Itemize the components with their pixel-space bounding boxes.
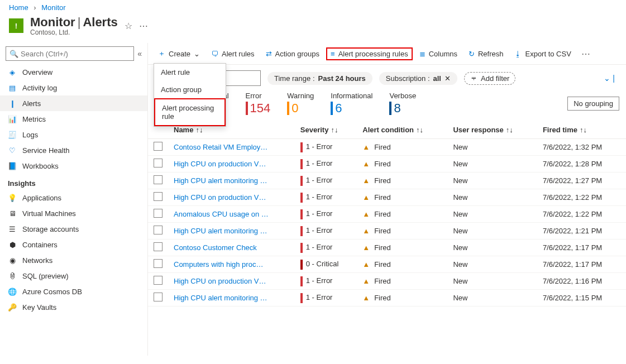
alert-condition: ▲Fired [357,189,447,206]
table-row[interactable]: Anomalous CPU usage on …1 - Error▲FiredN… [148,206,626,223]
clear-sub-icon[interactable]: ✕ [445,74,451,83]
summary-label: Warning [287,92,314,100]
create-menu-item[interactable]: Alert processing rule [154,98,226,126]
alert-condition: ▲Fired [357,256,447,273]
header-more-icon[interactable]: ⋯ [139,21,148,31]
nav-icon: ◈ [8,68,17,76]
nav-icon: ⬢ [8,240,17,249]
sidebar-item-networks[interactable]: ◉Networks [0,252,147,268]
alert-condition: ▲Fired [357,156,447,173]
alert-name[interactable]: High CPU on production V… [168,189,295,206]
alert-severity: 1 - Error [295,189,357,206]
search-input[interactable] [21,50,130,58]
summary-verbose[interactable]: Verbose8 [389,92,416,116]
action-groups-icon: ⇄ [266,50,272,58]
table-row[interactable]: High CPU on production V…1 - Error▲Fired… [148,156,626,173]
severity-bar [300,193,303,203]
summary-informational[interactable]: Informational6 [331,92,372,116]
col-severity[interactable]: Severity↑↓ [295,121,357,139]
create-menu-item[interactable]: Action group [154,81,226,98]
summary-error[interactable]: Error154 [246,92,271,116]
columns-button[interactable]: ≣Columns [415,47,462,60]
create-button[interactable]: ＋Create ⌄ [154,46,204,61]
sidebar-item-storage-accounts[interactable]: ☰Storage accounts [0,221,147,237]
export-button[interactable]: ⭳Export to CSV [510,47,575,60]
row-checkbox[interactable] [154,159,163,167]
subscription-filter[interactable]: Subscription : all✕ [379,72,457,85]
table-row[interactable]: High CPU on production V…1 - Error▲Fired… [148,189,626,206]
row-checkbox[interactable] [154,192,163,201]
sidebar-item-key-vaults[interactable]: 🔑Key Vaults [0,299,147,315]
pin-icon[interactable]: ☆ [125,21,132,31]
summary-warning[interactable]: Warning0 [287,92,314,116]
timerange-filter[interactable]: Time range : Past 24 hours [267,72,372,85]
alert-name[interactable]: High CPU alert monitoring … [168,290,295,306]
warning-icon: ▲ [362,243,370,252]
breadcrumb-current[interactable]: Monitor [41,3,65,12]
grouping-button[interactable]: No grouping [567,97,619,111]
refresh-icon: ↻ [469,50,475,58]
table-row[interactable]: High CPU on production V…1 - Error▲Fired… [148,273,626,290]
warning-icon: ▲ [362,277,370,285]
row-checkbox[interactable] [154,242,163,251]
sidebar-item-virtual-machines[interactable]: 🖥Virtual Machines [0,205,147,221]
alert-name[interactable]: High CPU on production V… [168,273,295,290]
refresh-button[interactable]: ↻Refresh [464,47,508,60]
alert-name[interactable]: Contoso Customer Check [168,240,295,256]
table-row[interactable]: Computers with high proc…0 - Critical▲Fi… [148,256,626,273]
alert-name[interactable]: High CPU alert monitoring … [168,173,295,189]
row-checkbox[interactable] [154,175,163,184]
sidebar-item-sql-preview-[interactable]: 🛢SQL (preview) [0,268,147,284]
alert-rules-icon: 🗨 [211,50,218,58]
table-row[interactable]: High CPU alert monitoring …1 - Error▲Fir… [148,290,626,306]
table-row[interactable]: High CPU alert monitoring …1 - Error▲Fir… [148,173,626,189]
warning-icon: ▲ [362,193,370,202]
sidebar-item-metrics[interactable]: 📊Metrics [0,111,147,127]
download-icon: ⭳ [514,50,522,58]
create-dropdown: Alert ruleAction groupAlert processing r… [154,63,226,127]
sidebar-item-containers[interactable]: ⬢Containers [0,237,147,252]
sidebar-item-alerts[interactable]: ❙Alerts [0,95,147,111]
row-checkbox[interactable] [154,142,163,151]
row-checkbox[interactable] [154,259,163,268]
sidebar-item-activity-log[interactable]: ▤Activity log [0,80,147,95]
nav-label: Key Vaults [22,303,56,312]
collapse-sidebar-icon[interactable]: « [137,49,142,58]
sidebar-item-applications[interactable]: 💡Applications [0,190,147,205]
alert-name[interactable]: Anomalous CPU usage on … [168,206,295,223]
breadcrumb-home[interactable]: Home [9,3,28,12]
alert-processing-rules-button[interactable]: ≡Alert processing rules [326,47,413,60]
create-menu-item[interactable]: Alert rule [154,64,226,81]
row-checkbox[interactable] [154,226,163,234]
user-response: New [447,256,537,273]
table-row[interactable]: Contoso Customer Check1 - Error▲FiredNew… [148,240,626,256]
alert-name[interactable]: High CPU alert monitoring … [168,223,295,240]
col-response[interactable]: User response↑↓ [447,121,537,139]
sidebar-search[interactable]: 🔍 [6,46,134,61]
nav-icon: 📘 [8,161,17,170]
sidebar-item-azure-cosmos-db[interactable]: 🌐Azure Cosmos DB [0,284,147,299]
table-row[interactable]: High CPU alert monitoring …1 - Error▲Fir… [148,223,626,240]
alert-name[interactable]: Computers with high proc… [168,256,295,273]
col-condition[interactable]: Alert condition↑↓ [357,121,447,139]
row-checkbox[interactable] [154,276,163,285]
alert-name[interactable]: Contoso Retail VM Employ… [168,139,295,156]
sidebar-item-logs[interactable]: 🧾Logs [0,127,147,142]
sidebar-item-workbooks[interactable]: 📘Workbooks [0,158,147,174]
alert-rules-button[interactable]: 🗨Alert rules [207,47,259,60]
add-filter-button[interactable]: ⫧Add filter [464,72,515,85]
col-fired[interactable]: Fired time↑↓ [537,121,626,139]
chevron-down-icon: ⌄ [194,50,200,58]
table-row[interactable]: Contoso Retail VM Employ…1 - Error▲Fired… [148,139,626,156]
action-groups-button[interactable]: ⇄Action groups [261,47,324,60]
alert-name[interactable]: High CPU on production V… [168,156,295,173]
expand-icon[interactable]: ⌄ | [604,74,619,83]
sidebar-item-overview[interactable]: ◈Overview [0,64,147,80]
sidebar-item-service-health[interactable]: ♡Service Health [0,142,147,158]
row-checkbox[interactable] [154,209,163,218]
row-checkbox[interactable] [154,293,163,301]
nav-label: Overview [22,68,52,76]
nav-icon: 💡 [8,193,17,202]
nav-label: SQL (preview) [22,272,69,280]
toolbar-more-icon[interactable]: ⋯ [581,49,590,59]
